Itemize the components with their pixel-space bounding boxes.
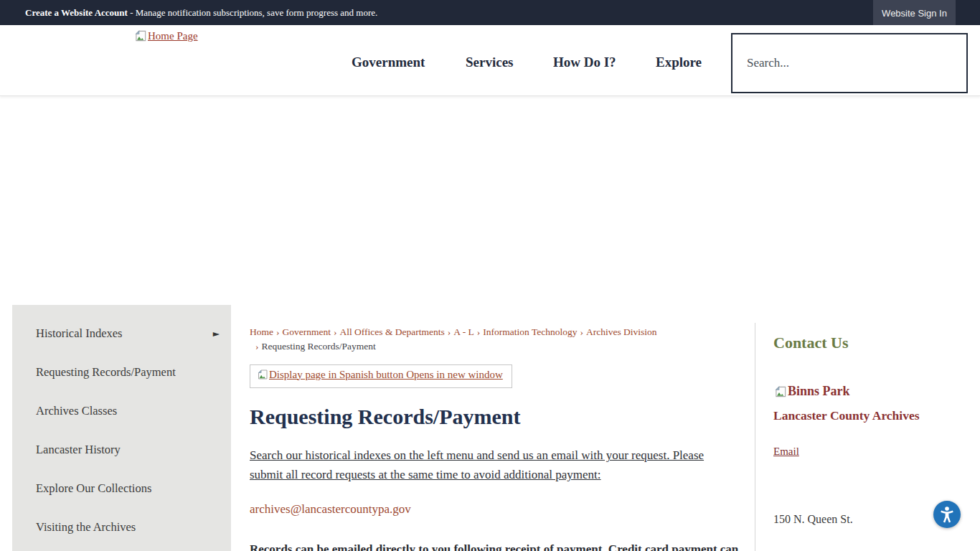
sidebar-item-label: Explore Our Collections <box>36 481 151 496</box>
breadcrumb-separator: › <box>276 326 280 337</box>
sidebar-item-lancaster-history[interactable]: Lancaster History <box>12 430 231 469</box>
nav-government[interactable]: Government <box>352 55 425 70</box>
create-account-description: - Manage notification subscriptions, sav… <box>128 7 377 18</box>
sidebar-item-requesting-records[interactable]: Requesting Records/Payment <box>12 353 231 392</box>
sidebar-item-historical-indexes[interactable]: Historical Indexes ► <box>12 314 231 353</box>
sidebar-item-archives-classes[interactable]: Archives Classes <box>12 392 231 430</box>
breadcrumb-separator: › <box>580 326 583 337</box>
sidebar-item-label: Lancaster History <box>36 443 121 457</box>
breadcrumb: Home›Government›All Offices & Department… <box>250 325 739 354</box>
breadcrumb-separator: › <box>477 326 481 337</box>
breadcrumb-separator: › <box>255 341 259 352</box>
breadcrumb-information-technology[interactable]: Information Technology <box>483 326 577 337</box>
sidebar-item-visiting-archives[interactable]: Visiting the Archives <box>12 508 231 547</box>
breadcrumb-separator: › <box>448 326 451 337</box>
create-account-link[interactable]: Create a Website Account - Manage notifi… <box>25 0 377 25</box>
sidebar-item-label: Historical Indexes <box>36 326 123 341</box>
contact-us-heading: Contact Us <box>773 334 953 352</box>
archives-email-link[interactable]: archives@lancastercountypa.gov <box>250 502 411 517</box>
nav-services[interactable]: Services <box>466 55 513 70</box>
sidebar-menu: Historical Indexes ► Requesting Records/… <box>12 305 231 551</box>
main-content: Home›Government›All Offices & Department… <box>250 325 739 551</box>
binns-park-label: Binns Park <box>788 384 850 399</box>
breadcrumb-row: Home›Government›All Offices & Department… <box>250 326 657 337</box>
intro-instructions-link[interactable]: Search our historical indexes on the lef… <box>250 446 727 484</box>
breadcrumb-all-offices[interactable]: All Offices & Departments <box>339 326 444 337</box>
display-in-spanish-link[interactable]: Display page in Spanish button Opens in … <box>256 368 503 381</box>
nav-explore[interactable]: Explore <box>656 55 702 70</box>
breadcrumb-home[interactable]: Home <box>250 326 273 337</box>
nav-how-do-i[interactable]: How Do I? <box>553 55 616 70</box>
search-input[interactable] <box>732 34 966 92</box>
contact-image-row: Binns Park <box>773 384 953 402</box>
breadcrumb-archives-division[interactable]: Archives Division <box>586 326 657 337</box>
breadcrumb-row: ›Requesting Records/Payment <box>250 339 739 354</box>
breadcrumb-current-page: Requesting Records/Payment <box>262 341 376 352</box>
sidebar-item-label: Visiting the Archives <box>36 520 136 534</box>
breadcrumb-a-l[interactable]: A - L <box>453 326 474 337</box>
spanish-link-label: Display page in Spanish button Opens in … <box>269 369 503 381</box>
spanish-button-box: Display page in Spanish button Opens in … <box>250 364 512 388</box>
submenu-arrow-icon: ► <box>213 329 220 339</box>
address-line: 150 N. Queen St. <box>773 513 953 526</box>
broken-image-icon <box>256 368 269 381</box>
page-title: Requesting Records/Payment <box>250 403 739 430</box>
accessibility-widget-button[interactable] <box>933 501 961 528</box>
search-box <box>731 33 968 93</box>
sidebar-item-explore-collections[interactable]: Explore Our Collections <box>12 469 231 508</box>
home-link-label: Home Page <box>148 30 198 42</box>
sidebar-item-label: Requesting Records/Payment <box>36 365 176 380</box>
site-header: Home Page Government Services How Do I? … <box>0 25 980 96</box>
broken-image-icon <box>773 385 788 399</box>
contact-us-panel: Contact Us Binns Park Lancaster County A… <box>773 334 953 526</box>
breadcrumb-government[interactable]: Government <box>283 326 331 337</box>
broken-image-icon <box>133 29 148 43</box>
accessibility-person-icon <box>938 505 956 524</box>
contact-email-link[interactable]: Email <box>773 446 799 458</box>
sidebar-item-label: Archives Classes <box>36 404 117 418</box>
top-utility-bar: Create a Website Account - Manage notifi… <box>0 0 980 25</box>
binns-park-image-link[interactable]: Binns Park <box>773 384 850 399</box>
content-divider <box>755 323 755 551</box>
organization-name: Lancaster County Archives <box>773 408 953 423</box>
create-account-label: Create a Website Account <box>25 7 128 18</box>
breadcrumb-separator: › <box>334 326 337 337</box>
website-sign-in-button[interactable]: Website Sign In <box>873 0 956 25</box>
home-page-link[interactable]: Home Page <box>133 29 198 43</box>
payment-note: Records can be emailed directly to you f… <box>250 540 739 551</box>
